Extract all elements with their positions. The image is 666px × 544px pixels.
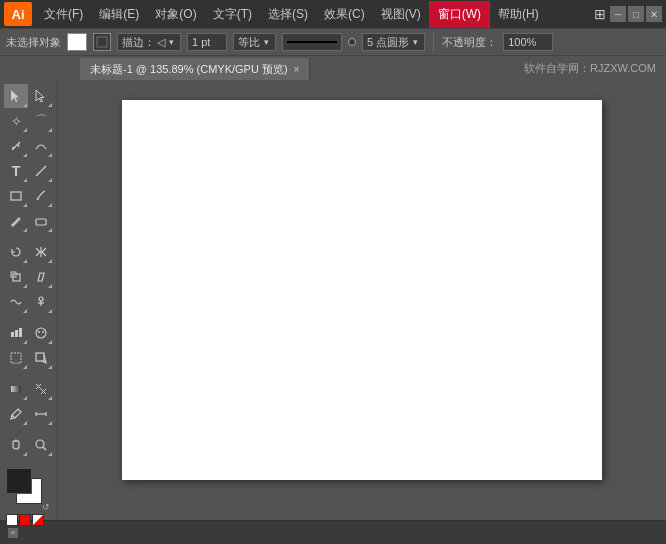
status-bar: « xyxy=(0,520,666,544)
pen-tool-button[interactable] xyxy=(4,134,28,158)
tool-row-pencil xyxy=(2,209,55,233)
menu-effect[interactable]: 效果(C) xyxy=(316,2,373,27)
window-controls: ─ □ ✕ xyxy=(610,6,662,22)
minimize-button[interactable]: ─ xyxy=(610,6,626,22)
svg-rect-16 xyxy=(11,386,21,392)
brush-chevron-icon: ▾ xyxy=(413,37,418,47)
shear-tool-button[interactable] xyxy=(29,265,53,289)
stroke-label: 描边： xyxy=(122,35,155,50)
tab-title: 未标题-1 @ 135.89% (CMYK/GPU 预览) xyxy=(90,62,288,77)
chevron-down-icon: ▾ xyxy=(169,37,174,47)
foreground-fill-swatch[interactable] xyxy=(6,468,32,494)
svg-rect-10 xyxy=(19,328,22,337)
measure-tool-button[interactable] xyxy=(29,402,53,426)
rotate-tool-button[interactable] xyxy=(4,240,28,264)
lasso-tool-button[interactable]: ⌒ xyxy=(29,109,53,133)
red-swatch[interactable] xyxy=(19,514,31,526)
hand-tool-button[interactable] xyxy=(4,433,28,457)
line-tool-button[interactable] xyxy=(29,159,53,183)
gradient-tool-button[interactable] xyxy=(4,377,28,401)
symbol-tool-button[interactable] xyxy=(29,321,53,345)
svg-rect-14 xyxy=(11,353,21,363)
stroke-color-swatch[interactable] xyxy=(93,33,111,51)
selection-tool-button[interactable] xyxy=(4,84,28,108)
menu-view[interactable]: 视图(V) xyxy=(373,2,429,27)
close-button[interactable]: ✕ xyxy=(646,6,662,22)
curvature-tool-button[interactable] xyxy=(29,134,53,158)
stroke-width-input[interactable] xyxy=(187,33,227,51)
reflect-tool-button[interactable] xyxy=(29,240,53,264)
warp-tool-button[interactable] xyxy=(4,290,28,314)
paintbrush-tool-button[interactable] xyxy=(29,184,53,208)
tool-row-rotate xyxy=(2,240,55,264)
svg-point-13 xyxy=(42,331,44,333)
menu-object[interactable]: 对象(O) xyxy=(147,2,204,27)
menu-edit[interactable]: 编辑(E) xyxy=(91,2,147,27)
slice-tool-button[interactable] xyxy=(29,346,53,370)
tool-row-selection xyxy=(2,84,55,108)
maximize-button[interactable]: □ xyxy=(628,6,644,22)
ruler-corner xyxy=(58,80,68,90)
puppet-warp-tool-button[interactable] xyxy=(29,290,53,314)
svg-point-12 xyxy=(38,331,40,333)
none-swatch[interactable] xyxy=(32,514,44,526)
menu-select[interactable]: 选择(S) xyxy=(260,2,316,27)
tool-row-magic: ✧ ⌒ xyxy=(2,109,55,133)
stroke-style-preview[interactable] xyxy=(282,33,342,51)
ratio-dropdown[interactable]: 等比 ▾ xyxy=(233,33,276,51)
color-swatch-area: ↺ xyxy=(2,464,55,528)
tool-row-scale xyxy=(2,265,55,289)
tab-close-button[interactable]: × xyxy=(294,64,300,75)
eyedropper-tool-button[interactable] xyxy=(4,402,28,426)
tool-row-pen xyxy=(2,134,55,158)
ratio-label: 等比 xyxy=(238,35,260,50)
zoom-tool-button[interactable] xyxy=(29,433,53,457)
eraser-tool-button[interactable] xyxy=(29,209,53,233)
svg-rect-9 xyxy=(15,330,18,337)
type-tool-button[interactable]: T xyxy=(4,159,28,183)
brush-dropdown[interactable]: 5 点圆形 ▾ xyxy=(362,33,425,51)
svg-point-5 xyxy=(39,297,43,301)
tool-row-artboard xyxy=(2,346,55,370)
direct-selection-tool-button[interactable] xyxy=(29,84,53,108)
menu-file[interactable]: 文件(F) xyxy=(36,2,91,27)
menu-bar: 文件(F) 编辑(E) 对象(O) 文字(T) 选择(S) 效果(C) 视图(V… xyxy=(36,1,586,28)
svg-line-21 xyxy=(43,447,46,450)
svg-rect-1 xyxy=(11,192,21,200)
white-swatch[interactable] xyxy=(6,514,18,526)
document-canvas[interactable] xyxy=(122,100,602,480)
tool-row-gradient xyxy=(2,377,55,401)
fill-color-swatch[interactable] xyxy=(67,33,87,51)
svg-rect-2 xyxy=(36,219,46,225)
dot-circle-icon xyxy=(348,38,356,46)
ratio-chevron-icon: ▾ xyxy=(264,37,269,47)
scale-tool-button[interactable] xyxy=(4,265,28,289)
tool-row-hand xyxy=(2,433,55,457)
collapse-panel-button[interactable]: « xyxy=(8,528,18,538)
rectangle-tool-button[interactable] xyxy=(4,184,28,208)
tool-row-warp xyxy=(2,290,55,314)
svg-rect-15 xyxy=(36,353,44,361)
grid-layout-icon[interactable]: ⊞ xyxy=(590,4,610,24)
artboard-tool-button[interactable] xyxy=(4,346,28,370)
pencil-tool-button[interactable] xyxy=(4,209,28,233)
menu-window[interactable]: 窗口(W) xyxy=(429,1,490,28)
magic-wand-icon: ✧ xyxy=(11,114,22,129)
mesh-tool-button[interactable] xyxy=(29,377,53,401)
reset-colors-icon[interactable]: ↺ xyxy=(42,502,50,512)
graph-tool-button[interactable] xyxy=(4,321,28,345)
document-tab[interactable]: 未标题-1 @ 135.89% (CMYK/GPU 预览) × xyxy=(80,58,310,80)
stroke-value: ◁ xyxy=(157,36,165,49)
no-selection-label: 未选择对象 xyxy=(6,35,61,50)
tool-row-eyedropper xyxy=(2,402,55,426)
menu-help[interactable]: 帮助(H) xyxy=(490,2,547,27)
title-bar: Ai 文件(F) 编辑(E) 对象(O) 文字(T) 选择(S) 效果(C) 视… xyxy=(0,0,666,28)
menu-text[interactable]: 文字(T) xyxy=(205,2,260,27)
toolbar: ✧ ⌒ T xyxy=(0,80,58,520)
stroke-dropdown[interactable]: 描边： ◁ ▾ xyxy=(117,33,181,51)
magic-wand-tool-button[interactable]: ✧ xyxy=(4,109,28,133)
svg-point-11 xyxy=(36,328,46,338)
control-bar: 未选择对象 描边： ◁ ▾ 等比 ▾ 5 点圆形 ▾ 不透明度： xyxy=(0,28,666,56)
opacity-input[interactable] xyxy=(503,33,553,51)
brush-label: 5 点圆形 xyxy=(367,35,409,50)
